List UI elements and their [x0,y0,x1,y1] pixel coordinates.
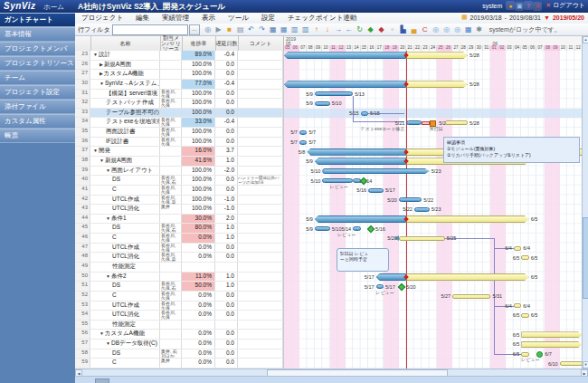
table-row-27[interactable]: 27▶カスタムA機能100.0%0.0 [75,70,283,80]
gantt-task-bar[interactable] [315,91,353,96]
gantt-task-bar[interactable] [368,188,384,193]
copy-icon[interactable]: ▥ [289,24,299,34]
gantt-summary-remaining-bar[interactable] [406,273,528,281]
table-row-23[interactable]: 23▼設計89.0%-0.4 [75,51,283,61]
toggle-icon[interactable]: ▼ [106,215,110,221]
col-comment[interactable]: コメント [238,36,283,51]
menu-item-3[interactable]: 表示 [195,14,222,23]
undo-icon[interactable]: ↶ [246,24,256,34]
gantt-task-bar[interactable] [299,130,307,135]
gantt-planned-bar[interactable] [521,352,528,357]
table-row-31[interactable]: 31【構築】server環境長谷川,久保100.0%0.0 [75,90,283,100]
gantt-planned-bar[interactable] [399,236,445,241]
calendar-icon[interactable]: ▦ [461,14,468,21]
table-row-54[interactable]: 54UTCL消化長谷川,久保0.0%0.0 [75,311,283,321]
gantt-planned-bar[interactable] [445,120,468,125]
table-row-34[interactable]: 34テストexeを現地実行、性能調査長谷川,久保33.0%-0.4 [75,118,283,128]
gantt-bar-icon[interactable]: ▄ [409,24,419,34]
gantt-planned-bar[interactable] [521,341,583,348]
toggle-icon[interactable]: ▼ [106,340,110,346]
print-icon[interactable]: ▤ [235,24,245,34]
col-delay[interactable]: 遅延日数 [215,36,239,51]
sidebar-item-基本情報[interactable]: 基本情報 [0,27,75,42]
gantt-summary-progress-bar[interactable] [307,148,406,156]
table-row-56[interactable]: 56▼カスタムA機能0.0%0.0 [75,330,283,340]
menu-item-6[interactable]: チェックポイント連動 [281,14,363,23]
table-row-59[interactable]: 59C奥井0.0%0.0 [75,359,283,369]
menu-item-5[interactable]: 設定 [255,14,281,23]
col-progress[interactable]: 進捗率 [182,36,216,51]
checkpoint-date[interactable]: 2019/05/20 [553,14,584,21]
gantt-planned-bar[interactable] [521,255,528,260]
col-name[interactable]: 名称 [90,36,161,51]
table-row-30[interactable]: 30▼SynViz→Aシステム、連携処理77.0%-0.4 [75,80,283,90]
table-row-45[interactable]: 45DS長谷川,久保,石川ほか80.0%1.0 [75,224,283,234]
toggle-icon[interactable]: ▼ [93,52,98,57]
gantt-task-bar[interactable] [399,197,422,202]
table-row-40[interactable]: 40DS長谷川,久保,石川ほか100.0%0.0ハンドラー開発以外パーツの追加/… [75,176,283,186]
filter-more-button[interactable]: … [189,24,200,35]
gantt-summary-progress-bar[interactable] [284,52,406,59]
gantt-summary-progress-bar[interactable] [284,81,406,88]
table-row-32[interactable]: 32テストバッチ作成長谷川,久保100.0%0.0 [75,99,283,109]
gantt-exception-bar[interactable] [422,121,429,125]
lock-icon[interactable]: ■ [224,24,234,34]
table-row-33[interactable]: 33テーブル参照不可の調査100.0%0.0 [75,109,283,119]
table-row-37[interactable]: 37▼開発16.0%3.7 [75,147,283,157]
gantt-planned-bar[interactable] [521,331,583,338]
toggle-icon[interactable]: ▼ [100,158,104,163]
table-row-39[interactable]: 39▼画面レイアウト100.0%-2.0 [75,167,283,177]
sidebar-item-ガントチャート[interactable]: ガントチャート [0,13,75,27]
assign-icon[interactable]: ◆ [376,24,386,34]
chart-icon[interactable]: ▙ [398,24,408,34]
home-link[interactable]: ホーム [43,3,64,12]
table-row-57[interactable]: 57▼DBデータ取得(C)0.0%0.0 [75,340,283,349]
table-row-48[interactable]: 48UTCL消化長谷川,久保,染谷0.0%0.0 [75,253,283,263]
gantt-task-bar[interactable] [361,111,368,116]
paste-icon[interactable]: ▥ [300,24,310,34]
sidebar-item-プロジェクト設定[interactable]: プロジェクト設定 [0,85,75,100]
menu-item-4[interactable]: ツール [222,14,255,23]
table-row-49[interactable]: 49性能測定 [75,263,283,273]
outdent-icon[interactable]: ← [344,24,354,34]
scroll-up-button[interactable]: ▲ [583,36,588,43]
user-icon[interactable]: ● [506,1,515,10]
indent-icon[interactable]: → [333,24,343,34]
gantt-task-bar[interactable] [299,140,307,145]
table-row-46[interactable]: 46C長谷川,久保0.0%1.0 [75,234,283,244]
row-down-icon[interactable]: ↓ [322,24,332,34]
calendar-icon[interactable]: ▦ [463,24,473,34]
milestone-icon[interactable]: ▫ [387,24,397,34]
table-row-41[interactable]: 41C長谷川,久保100.0%0.0 [75,186,283,196]
range-end-date[interactable]: 2019/08/31 [509,14,541,21]
toggle-icon[interactable]: ▶ [100,62,103,67]
gantt-task-bar[interactable] [322,168,429,174]
table-row-55[interactable]: 55性能測定 [75,321,283,330]
zoom-fit-icon[interactable]: ◎ [441,24,451,34]
zoom-in-icon[interactable]: ◎ [452,24,462,34]
toggle-icon[interactable]: ▼ [106,168,110,173]
gantt-task-bar[interactable] [322,178,353,183]
sidebar-item-チーム[interactable]: チーム [0,71,75,85]
pointer-icon[interactable]: ▶ [213,24,223,34]
scroll-down-button[interactable]: ▼ [583,361,588,369]
checkpoint-filter-icon[interactable]: ▼ [544,14,550,21]
gantt-task-bar[interactable] [406,120,422,125]
settings-icon[interactable]: ✱ [474,24,484,34]
table-row-53[interactable]: 53UTCL作成長谷川,久保0.0%0.0 [75,302,283,311]
gantt-summary-progress-bar[interactable] [376,273,407,281]
table-row-26[interactable]: 26▶新規A画面100.0%0.0 [75,61,283,71]
table-row-58[interactable]: 58DS奥井, 石川ほか0.0%0.0 [75,349,283,359]
vertical-scroll-thumb[interactable] [583,217,588,299]
gantt-task-bar[interactable] [353,226,360,231]
table-row-50[interactable]: 50▼条件211.0%1.0 [75,273,283,282]
gantt-summary-remaining-bar[interactable] [406,52,468,59]
gantt-task-bar[interactable] [376,284,384,289]
table-row-36[interactable]: 36IF設計書長谷川,久保100.0%0.0 [75,138,283,148]
range-start-date[interactable]: 2019/03/18 [470,14,502,21]
search-icon[interactable]: ◎ [203,24,213,34]
refresh-icon[interactable]: ↻ [355,24,365,34]
gantt-planned-bar[interactable] [452,294,490,299]
table-row-42[interactable]: 42UTCL作成長谷川,久保,染谷100.0%-1.0 [75,196,283,206]
redo-icon[interactable]: ↷ [257,24,267,34]
